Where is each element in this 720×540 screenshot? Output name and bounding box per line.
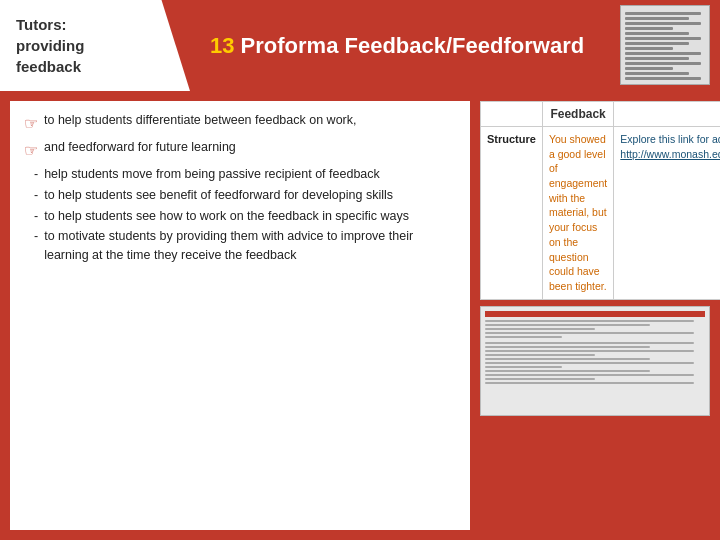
title-text: Proforma Feedback/Feedforward bbox=[241, 33, 585, 58]
feedforward-link[interactable]: http://www.monash.edu.au/lls/llonline/wr… bbox=[620, 148, 720, 160]
main-content: ☞ to help students differentiate between… bbox=[0, 91, 720, 540]
dash-text-2: to help students see benefit of feedforw… bbox=[44, 186, 456, 205]
dash-symbol-4: - bbox=[34, 227, 38, 246]
dash-item-1: - help students move from being passive … bbox=[24, 165, 456, 184]
dash-symbol-1: - bbox=[34, 165, 38, 184]
dash-item-3: - to help students see how to work on th… bbox=[24, 207, 456, 226]
dash-symbol-3: - bbox=[34, 207, 38, 226]
row-label: Structure bbox=[481, 127, 543, 300]
tutor-label: Tutors: bbox=[16, 16, 67, 33]
tutor-text: Tutors: providing feedback bbox=[16, 14, 84, 77]
doc-thumbnail-top bbox=[620, 5, 710, 85]
tutor-sub1: providing bbox=[16, 37, 84, 54]
dash-item-2: - to help students see benefit of feedfo… bbox=[24, 186, 456, 205]
bullet-item-1: ☞ to help students differentiate between… bbox=[24, 111, 456, 136]
feedback-cell: You showed a good level of engagement wi… bbox=[542, 127, 613, 300]
feedforward-cell: Explore this link for advice on structur… bbox=[614, 127, 720, 300]
left-text-area: ☞ to help students differentiate between… bbox=[10, 101, 470, 530]
tutor-box: Tutors: providing feedback bbox=[0, 0, 190, 91]
header-bar: Tutors: providing feedback 13 Proforma F… bbox=[0, 0, 720, 91]
tutor-sub2: feedback bbox=[16, 58, 81, 75]
table-row: Structure You showed a good level of eng… bbox=[481, 127, 721, 300]
dash-symbol-2: - bbox=[34, 186, 38, 205]
dash-text-3: to help students see how to work on the … bbox=[44, 207, 456, 226]
slide-container: Tutors: providing feedback 13 Proforma F… bbox=[0, 0, 720, 540]
bullet-item-2: ☞ and feedforward for future learning bbox=[24, 138, 456, 163]
dash-text-4: to motivate students by providing them w… bbox=[44, 227, 456, 265]
bullet-symbol-1: ☞ bbox=[24, 112, 38, 136]
doc-thumbnail-bottom bbox=[480, 306, 710, 416]
feedforward-text: Explore this link for advice on structur… bbox=[620, 133, 720, 145]
dash-item-4: - to motivate students by providing them… bbox=[24, 227, 456, 265]
feedback-table: Feedback Feedforward Structure You showe… bbox=[480, 101, 720, 300]
col-feedback-header: Feedback bbox=[542, 102, 613, 127]
bullet-text-2: and feedforward for future learning bbox=[44, 138, 456, 157]
right-panel: Feedback Feedforward Structure You showe… bbox=[480, 101, 710, 530]
col-feedforward-header: Feedforward bbox=[614, 102, 720, 127]
bullet-symbol-2: ☞ bbox=[24, 139, 38, 163]
slide-number: 13 bbox=[210, 33, 234, 58]
header-title: 13 Proforma Feedback/Feedforward bbox=[210, 33, 584, 59]
bullet-text-1: to help students differentiate between f… bbox=[44, 111, 456, 130]
col-structure-header bbox=[481, 102, 543, 127]
dash-text-1: help students move from being passive re… bbox=[44, 165, 456, 184]
